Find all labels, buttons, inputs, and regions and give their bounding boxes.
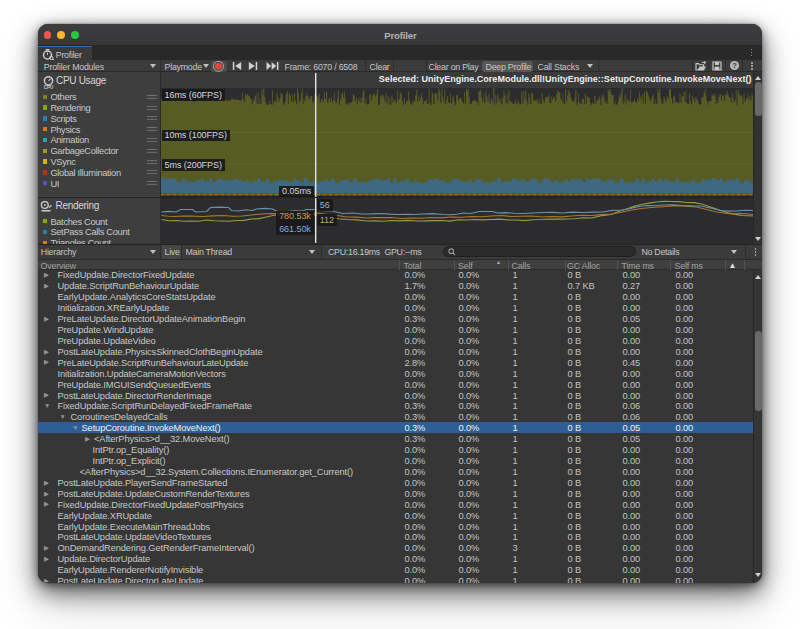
- svg-text:?: ?: [732, 62, 737, 71]
- svg-text:CPU: CPU: [43, 85, 53, 90]
